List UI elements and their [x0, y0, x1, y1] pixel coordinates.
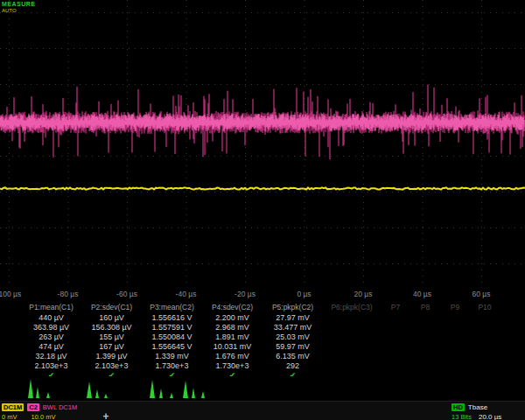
c2-coupling-label: BWL DC1M: [43, 403, 77, 411]
histicon-p4[interactable]: [178, 376, 219, 398]
time-axis-label: -60 µs: [116, 290, 137, 298]
measure-value: 167 µV: [81, 343, 142, 351]
measure-value: 155 µV: [81, 333, 142, 341]
measure-value: 1.556616 V: [142, 314, 202, 322]
status-line1: MEASURE: [2, 1, 36, 8]
time-axis: -100 µs-80 µs-60 µs-40 µs-20 µs0 µs20 µs…: [0, 288, 525, 302]
histicon-p1[interactable]: [23, 376, 63, 398]
measure-row: 440 µV160 µV1.556616 V2.200 mV27.97 mV: [0, 313, 525, 323]
measure-value: 363.98 µV: [21, 324, 81, 332]
measure-value: 292: [262, 362, 323, 370]
c1-vdiv-label: 10.0 mV: [32, 413, 56, 420]
measure-value: 160 µV: [81, 314, 142, 322]
time-axis-label: -80 µs: [58, 290, 79, 298]
time-axis-label: 40 µs: [413, 290, 431, 298]
measure-value: 27.97 mV: [262, 314, 323, 322]
measure-value: 156.308 µV: [81, 324, 142, 332]
measure-row: 2.103e+32.103e+31.730e+31.730e+3292: [0, 361, 525, 371]
measure-row: 263 µV155 µV1.550084 V1.891 mV25.03 mV: [0, 332, 525, 342]
measure-value: 1.399 µV: [81, 353, 142, 360]
measure-column-header[interactable]: P9: [440, 304, 470, 312]
tbase-label: Tbase: [468, 403, 487, 411]
measure-value: 440 µV: [21, 314, 81, 322]
c1-flat-trace: [0, 187, 525, 189]
measure-value: 59.97 mV: [262, 343, 323, 351]
measure-row: 363.98 µV156.308 µV1.557591 V2.968 mV33.…: [0, 323, 525, 332]
measure-value: 1.550084 V: [142, 333, 202, 341]
measure-value: 474 µV: [21, 343, 81, 351]
measure-value: 1.339 mV: [142, 353, 202, 360]
trigger-position-marker[interactable]: +: [102, 413, 108, 420]
c1-coupling-badge[interactable]: DC1M: [2, 403, 24, 411]
measure-value: 33.477 mV: [262, 324, 323, 332]
hd-bits-label: 13 Bits: [452, 413, 472, 420]
status-line2: AUTO: [2, 8, 36, 14]
histicon-p2[interactable]: [83, 376, 123, 398]
measure-column-header[interactable]: P3:mean(C2): [142, 304, 202, 312]
measure-column-header[interactable]: P7: [381, 304, 410, 312]
time-axis-label: -100 µs: [0, 290, 21, 298]
measure-value: 1.730e+3: [202, 362, 262, 370]
measure-value: 10.031 mV: [202, 343, 262, 351]
measure-value: 2.103e+3: [81, 362, 142, 370]
c2-channel-badge[interactable]: C2: [27, 403, 39, 411]
measure-value: 6.135 mV: [262, 353, 323, 360]
measure-value: 1.557591 V: [142, 324, 202, 332]
measure-value: 2.103e+3: [21, 362, 81, 370]
time-axis-label: 0 µs: [297, 290, 311, 298]
bottom-bar: DC1M C2 BWL DC1M 0 mV 10.0 mV + HD Tbase…: [0, 401, 525, 420]
corner-status: MEASURE AUTO: [2, 1, 36, 13]
measure-value: 1.891 mV: [202, 333, 262, 341]
measurement-table: P1:mean(C1)P2:sdev(C1)P3:mean(C2)P4:sdev…: [0, 302, 525, 381]
tbase-value: 20.0 µs: [479, 413, 501, 420]
time-axis-label: -40 µs: [176, 290, 197, 298]
measure-column-header[interactable]: P5:pkpk(C2): [262, 304, 323, 312]
graticule-horizontal-lines: [0, 13, 525, 264]
measure-column-header[interactable]: P8: [410, 304, 440, 312]
time-axis-label: 60 µs: [472, 290, 491, 298]
measure-value: 1.730e+3: [142, 362, 202, 370]
measure-value: 32.18 µV: [21, 353, 81, 360]
measure-row: 32.18 µV1.399 µV1.339 mV1.676 mV6.135 mV: [0, 352, 525, 361]
channel-descriptors: DC1M C2 BWL DC1M 0 mV 10.0 mV +: [2, 402, 108, 420]
hd-mode-badge: HD: [452, 403, 465, 411]
measure-value: 2.968 mV: [202, 324, 262, 332]
histicon-row: [0, 376, 525, 400]
c1-offset-label: 0 mV: [2, 413, 18, 420]
measure-value: 25.03 mV: [262, 333, 323, 341]
measure-column-header[interactable]: P4:sdev(C2): [202, 304, 262, 312]
time-axis-label: -20 µs: [234, 290, 256, 298]
measure-value: 2.200 mV: [202, 314, 262, 322]
measure-column-header[interactable]: P1:mean(C1): [21, 304, 81, 312]
measure-row: 474 µV167 µV1.556645 V10.031 mV59.97 mV: [0, 342, 525, 352]
time-axis-label: 20 µs: [354, 290, 373, 298]
measure-column-header[interactable]: P2:sdev(C1): [81, 304, 142, 312]
measure-header-row: P1:mean(C1)P2:sdev(C1)P3:mean(C2)P4:sdev…: [0, 302, 525, 313]
measure-value: 1.556645 V: [142, 343, 202, 351]
oscilloscope-screen: MEASURE AUTO -100 µs-80 µs-60 µs-40 µs-2…: [0, 0, 525, 420]
measure-column-header[interactable]: P10: [470, 304, 500, 312]
waveform-display[interactable]: [0, 0, 525, 289]
measure-value: 1.676 mV: [202, 353, 262, 360]
timebase-descriptor[interactable]: HD Tbase 13 Bits 20.0 µs: [452, 402, 525, 420]
measure-value: 263 µV: [21, 333, 81, 341]
measure-column-header[interactable]: P6:pkpk(C3): [323, 304, 381, 312]
